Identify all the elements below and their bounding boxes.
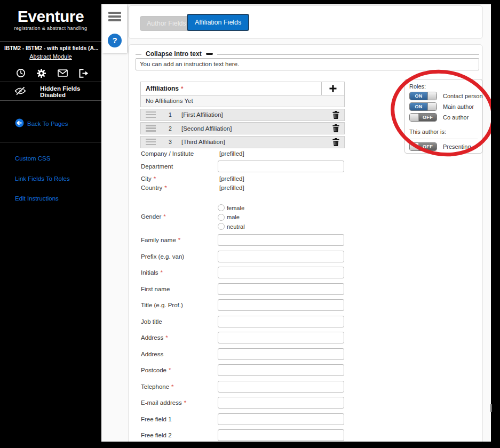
abstract-module-link[interactable]: Abstract Module: [0, 53, 101, 60]
toggle-co-author[interactable]: OFF: [409, 113, 437, 122]
divider: [0, 82, 101, 82]
drag-handle-icon[interactable]: [146, 139, 156, 146]
required-asterisk: *: [154, 175, 156, 182]
sidebar-item-link-fields-to-roles[interactable]: Link Fields To Roles: [15, 175, 70, 182]
required-asterisk: *: [165, 334, 168, 341]
prefilled-value: [prefilled]: [219, 183, 244, 192]
initials-input[interactable]: [218, 267, 344, 278]
affiliation-row[interactable]: 2 [Second Affiliation]: [140, 122, 345, 134]
intro-text-box: You can add an instruction text here.: [136, 58, 479, 70]
form-row-first-name: First name: [141, 283, 473, 295]
delete-affiliation-button[interactable]: [332, 124, 339, 132]
free-field-2-input[interactable]: [218, 429, 344, 441]
role-row-main-author: ON Main author: [409, 102, 478, 111]
role-row-contact-person: ON Contact person: [409, 92, 478, 100]
sidebar-toolbar: [16, 68, 89, 78]
form-row-department: Department: [141, 161, 473, 172]
form-row-prefix: Prefix (e.g. van): [141, 251, 473, 262]
job-title-input[interactable]: [218, 316, 344, 327]
tab-author-fields[interactable]: Author Fields: [140, 16, 193, 31]
eye-slash-icon: [14, 86, 26, 98]
required-asterisk: *: [181, 85, 183, 92]
toggle-handle: [410, 114, 419, 121]
delete-affiliation-button[interactable]: [332, 111, 339, 119]
form-row-email: E-mail address*: [141, 397, 473, 409]
sidebar-item-edit-instructions[interactable]: Edit Instructions: [15, 195, 59, 202]
affiliations-table: Affiliations* No Affiliations Yet 1 [Fir…: [140, 82, 345, 148]
add-affiliation-button[interactable]: [321, 82, 344, 95]
roles-title: Roles:: [409, 83, 478, 90]
address-2-input[interactable]: [218, 348, 344, 360]
required-asterisk: *: [169, 367, 171, 373]
toggle-main-author[interactable]: ON: [409, 102, 437, 111]
divider: [0, 100, 101, 101]
gear-icon[interactable]: [37, 69, 46, 78]
affiliations-empty-row: No Affiliations Yet: [140, 95, 345, 107]
menu-icon[interactable]: [108, 12, 121, 23]
affiliation-row[interactable]: 1 [First Affiliation]: [140, 109, 345, 121]
email-input[interactable]: [218, 397, 344, 409]
affiliation-label: [First Affiliation]: [181, 111, 223, 118]
form-row-city: City* [prefilled]: [141, 174, 473, 183]
affiliation-number: 2: [169, 125, 174, 132]
required-asterisk: *: [163, 213, 165, 220]
toggle-handle: [427, 103, 436, 110]
drag-handle-icon[interactable]: [146, 111, 156, 118]
free-field-1-input[interactable]: [218, 413, 344, 425]
affiliation-row[interactable]: 3 [Third Affiliation]: [140, 136, 345, 148]
gender-radio-group: female male neutral: [218, 203, 245, 231]
envelope-icon[interactable]: [58, 69, 68, 77]
form-row-free-field-1: Free field 1: [141, 413, 473, 425]
roles-subtitle: This author is:: [409, 129, 478, 135]
form-row-free-field-2: Free field 2: [141, 429, 473, 441]
postcode-input[interactable]: [218, 364, 344, 376]
role-label: Contact person: [443, 93, 483, 99]
sign-out-icon[interactable]: [79, 69, 89, 78]
intro-text: You can add an instruction text here.: [140, 61, 239, 67]
gender-radio-female[interactable]: [218, 204, 225, 211]
form-row-address-1: Address*: [141, 332, 473, 343]
arrow-circle-left-icon: [15, 118, 24, 129]
clock-icon[interactable]: [16, 68, 26, 78]
help-button[interactable]: ?: [108, 34, 122, 47]
form-row-telephone: Telephone*: [141, 381, 473, 393]
gender-radio-male[interactable]: [218, 214, 225, 221]
sidebar: Eventure registration & abstract handlin…: [0, 0, 101, 448]
first-name-input[interactable]: [218, 283, 344, 295]
back-to-pages-link[interactable]: Back To Pages: [15, 118, 68, 129]
address-1-input[interactable]: [218, 332, 344, 343]
divider: [409, 139, 478, 139]
roles-panel: Roles: ON Contact person ON Main author …: [404, 79, 482, 154]
hidden-fields-toggle[interactable]: Hidden Fields Disabled: [0, 85, 101, 98]
toggle-contact-person[interactable]: ON: [409, 92, 437, 100]
family-name-input[interactable]: [218, 234, 344, 246]
gender-radio-neutral[interactable]: [218, 223, 225, 230]
tab-affiliation-fields[interactable]: Affiliation Fields: [187, 14, 249, 31]
form-row-company: Company / Institute [prefilled]: [141, 149, 473, 158]
affiliation-number: 3: [169, 139, 174, 145]
affiliation-label: [Second Affiliation]: [181, 125, 232, 132]
sidebar-item-custom-css[interactable]: Custom CSS: [15, 155, 50, 162]
role-label: Main author: [443, 103, 474, 110]
trash-icon: [332, 111, 339, 119]
required-asterisk: *: [171, 383, 173, 390]
intro-legend: Collapse intro text: [141, 50, 217, 58]
delete-affiliation-button[interactable]: [332, 138, 339, 146]
form-row-initials: Initials*: [141, 267, 473, 278]
trash-icon: [332, 124, 339, 132]
prefix-input[interactable]: [218, 251, 344, 262]
scrollbar-thumb[interactable]: [490, 404, 492, 412]
required-asterisk: *: [164, 185, 166, 191]
main-content: ? Author Fields Affiliation Fields Colla…: [101, 4, 491, 442]
department-input[interactable]: [218, 161, 344, 172]
role-row-co-author: OFF Co author: [409, 113, 478, 122]
form-row-country: Country* [prefilled]: [141, 183, 473, 192]
form-row-address-2: Address: [141, 348, 473, 360]
title-input[interactable]: [218, 299, 344, 311]
telephone-input[interactable]: [218, 381, 344, 393]
form-row-title: Title (e.g. Prof.): [141, 299, 473, 311]
prefilled-value: [prefilled]: [219, 174, 244, 183]
drag-handle-icon[interactable]: [146, 125, 156, 132]
collapse-minus-icon[interactable]: [206, 53, 213, 55]
form-panel: Collapse intro text You can add an instr…: [128, 44, 483, 442]
